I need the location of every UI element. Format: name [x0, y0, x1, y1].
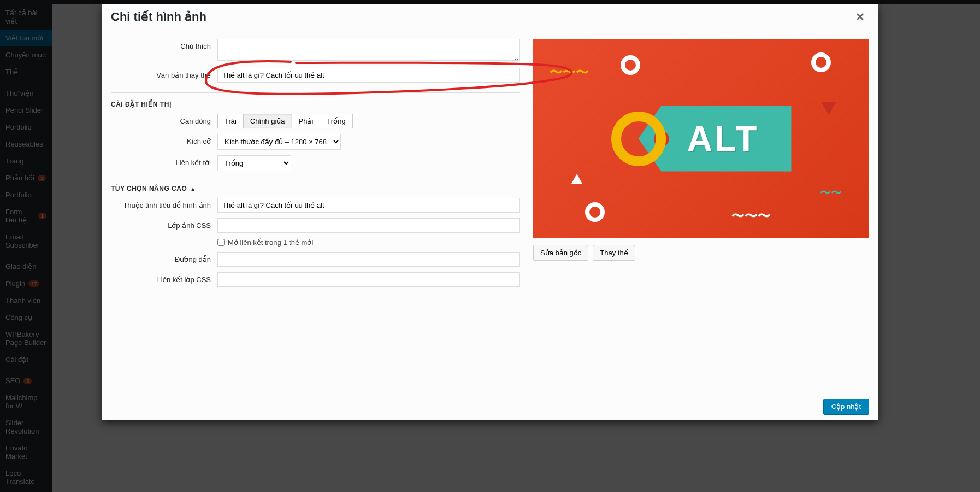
deco-zigzag-icon: 〜〜〜 [731, 207, 771, 225]
alt-text-row: Văn bản thay thế [111, 68, 520, 83]
tag-ring-icon [611, 112, 666, 166]
link-css-input[interactable] [217, 272, 520, 287]
alt-text-input[interactable] [217, 68, 520, 83]
size-select[interactable]: Kích thước đầy đủ – 1280 × 768 [217, 134, 341, 150]
link-css-label: Liên kết lớp CSS [111, 272, 217, 284]
modal-overlay: Chi tiết hình ảnh ✕ Chú thích Văn bản th… [0, 0, 980, 492]
newtab-checkbox-label[interactable]: Mở liên kết trong 1 thẻ mới [217, 238, 520, 247]
align-row: Căn dòng Trái Chính giữa Phải Trống [111, 114, 520, 128]
url-label: Đường dẫn [111, 252, 217, 263]
deco-ring-icon [811, 52, 831, 72]
advanced-section-title[interactable]: TÙY CHỌN NÂNG CAO ▲ [111, 177, 520, 198]
deco-zigzag-icon: 〜〜〜 [550, 63, 589, 81]
alt-tag-graphic: ALT [611, 106, 792, 172]
deco-zigzag-icon: 〜〜 [820, 185, 842, 200]
modal-body: Chú thích Văn bản thay thế CÀI ĐẶT HIỂN … [102, 30, 878, 393]
size-label: Kích cỡ [111, 134, 217, 145]
title-attr-row: Thuộc tính tiêu đề hình ảnh [111, 198, 520, 213]
checkbox-text: Mở liên kết trong 1 thẻ mới [228, 238, 313, 247]
link-css-row: Liên kết lớp CSS [111, 272, 520, 287]
css-class-label: Lớp ảnh CSS [111, 218, 217, 230]
display-section-title: CÀI ĐẶT HIỂN THỊ [111, 92, 520, 114]
close-icon[interactable]: ✕ [851, 10, 869, 24]
newtab-row: Mở liên kết trong 1 thẻ mới [111, 238, 520, 247]
update-button[interactable]: Cập nhật [823, 399, 869, 414]
caption-row: Chú thích [111, 39, 520, 62]
caption-input[interactable] [217, 39, 520, 61]
section-label: TÙY CHỌN NÂNG CAO [111, 185, 187, 192]
align-button-group: Trái Chính giữa Phải Trống [217, 114, 520, 128]
caption-label: Chú thích [111, 39, 217, 50]
edit-original-button[interactable]: Sửa bản gốc [533, 245, 588, 261]
css-class-input[interactable] [217, 218, 520, 233]
section-label: CÀI ĐẶT HIỂN THỊ [111, 101, 172, 108]
css-class-row: Lớp ảnh CSS [111, 218, 520, 233]
preview-actions: Sửa bản gốc Thay thế [533, 245, 869, 261]
alt-label: Văn bản thay thế [111, 68, 217, 79]
modal-footer: Cập nhật [102, 393, 878, 420]
align-right-button[interactable]: Phải [292, 114, 321, 128]
title-attr-label: Thuộc tính tiêu đề hình ảnh [111, 198, 217, 209]
deco-triangle-icon [821, 102, 836, 115]
title-attr-input[interactable] [217, 198, 520, 213]
align-label: Căn dòng [111, 114, 217, 125]
alt-text-graphic: ALT [687, 119, 759, 159]
linkto-label: Liên kết tới [111, 155, 217, 167]
modal-right-panel: 〜〜〜 〜〜〜 〜〜 ALT [533, 39, 869, 384]
modal-left-panel: Chú thích Văn bản thay thế CÀI ĐẶT HIỂN … [111, 39, 520, 384]
align-none-button[interactable]: Trống [320, 114, 352, 128]
empty-label [111, 238, 217, 242]
image-details-modal: Chi tiết hình ảnh ✕ Chú thích Văn bản th… [102, 4, 878, 420]
deco-triangle-icon [571, 174, 582, 184]
url-input[interactable] [217, 252, 520, 267]
linkto-select[interactable]: Trống [217, 155, 291, 171]
deco-ring-icon [585, 202, 605, 222]
newtab-checkbox[interactable] [217, 239, 225, 246]
replace-button[interactable]: Thay thế [593, 245, 635, 261]
image-preview: 〜〜〜 〜〜〜 〜〜 ALT [533, 39, 869, 238]
deco-ring-icon [621, 55, 640, 75]
modal-title: Chi tiết hình ảnh [111, 10, 206, 24]
modal-header: Chi tiết hình ảnh ✕ [102, 4, 878, 30]
align-center-button[interactable]: Chính giữa [244, 114, 292, 128]
url-row: Đường dẫn [111, 252, 520, 267]
align-left-button[interactable]: Trái [217, 114, 244, 128]
linkto-row: Liên kết tới Trống [111, 155, 520, 171]
caret-up-icon: ▲ [190, 186, 196, 192]
size-row: Kích cỡ Kích thước đầy đủ – 1280 × 768 [111, 134, 520, 150]
